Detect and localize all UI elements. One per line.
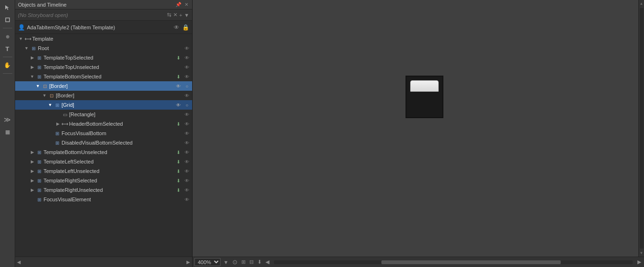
tts-label: TemplateTopSelected (44, 55, 93, 60)
tree-item-templaterightselected[interactable]: ▶ ⊞ TemplateRightSelected ⬇ 👁 (15, 176, 192, 185)
rect-label: [Rectangle] (69, 112, 96, 117)
tree-item-grid[interactable]: ▼ ⊞ [Grid] 👁 ○ (15, 100, 192, 110)
eye-fve[interactable]: 👁 (184, 197, 190, 202)
zoom-select[interactable]: 400% (194, 258, 221, 266)
eye-tbs[interactable]: 👁 (184, 74, 190, 79)
right-nav-canvas[interactable]: ▶ (636, 259, 642, 265)
tree-container[interactable]: ▼ ⟷ Template ▼ ⊞ Root 👁 ▶ (15, 34, 192, 257)
canvas-area: ▲ ▼ 400% ▼ ⊙ ⊞ ⊟ ⬇ ◀ ▶ (193, 0, 644, 267)
tree-item-border2[interactable]: ▼ ⊡ [Border] 👁 (15, 91, 192, 100)
border2-label: [Border] (56, 93, 74, 98)
text-tool[interactable]: T (2, 43, 13, 54)
pin-tbs[interactable]: ⬇ (175, 74, 182, 79)
eye-border1[interactable]: 👁 (175, 84, 182, 89)
pin-tts[interactable]: ⬇ (175, 55, 182, 60)
tree-item-border1[interactable]: ▼ ⊡ [Border] 👁 ○ (15, 81, 192, 91)
pin-trs[interactable]: ⬇ (175, 178, 182, 183)
grid-icon: ⊞ (54, 103, 61, 108)
expand-tlu-icon: ▶ (29, 169, 35, 173)
pin-tls[interactable]: ⬇ (175, 159, 182, 164)
tbu-label: TemplateBottomUnselected (44, 149, 107, 155)
more-tool[interactable]: ≫ (2, 114, 13, 125)
storyboard-actions: ⇆ ✕ + ▼ (167, 12, 189, 18)
eye-fvb[interactable]: 👁 (184, 131, 190, 136)
lock-grid[interactable]: ○ (184, 103, 190, 108)
export-icon[interactable]: ⬇ (256, 259, 263, 265)
lock-icon[interactable]: 🔒 (182, 24, 189, 31)
eye-action-root[interactable]: 👁 (184, 46, 190, 51)
right-scrollbar[interactable]: ▲ ▼ (638, 0, 644, 257)
pointer-tool[interactable] (2, 2, 13, 13)
filter-icon[interactable]: ⇆ (167, 12, 171, 18)
eye-ttu[interactable]: 👁 (184, 65, 190, 70)
eye-tru[interactable]: 👁 (184, 188, 190, 193)
menu-icon[interactable]: ▼ (184, 12, 189, 18)
select-tool[interactable] (2, 14, 13, 26)
tree-item-rectangle[interactable]: ▶ ▭ [Rectangle] 👁 (15, 110, 192, 119)
eye-rect[interactable]: 👁 (184, 112, 190, 117)
template-name: AdaTabItemStyle2 (TabItem Template) (27, 25, 115, 30)
eye-hbs[interactable]: 👁 (184, 121, 190, 127)
pin-button[interactable]: 📌 (175, 1, 182, 8)
pin-tlu[interactable]: ⬇ (175, 169, 182, 174)
fve-icon: ⊞ (36, 197, 43, 202)
eye-tls[interactable]: 👁 (184, 159, 190, 164)
root-node-icon: ⊞ (30, 46, 37, 51)
layout-icon[interactable]: ⊟ (248, 259, 255, 265)
tbs-label: TemplateBottomSelected (44, 74, 101, 79)
eye-trs[interactable]: 👁 (184, 178, 190, 183)
tree-item-templatebottomunselected[interactable]: ▶ ⊞ TemplateBottomUnselected ⬇ 👁 (15, 147, 192, 157)
pin-hbs[interactable]: ⬇ (175, 121, 182, 127)
scroll-up[interactable]: ▲ (640, 0, 644, 7)
expand-fvb-icon: ▶ (47, 131, 53, 136)
tree-item-templatetopselected[interactable]: ▶ ⊞ TemplateTopSelected ⬇ 👁 (15, 53, 192, 62)
nav-right[interactable]: ▶ (186, 259, 190, 265)
zoom-tool[interactable]: ⊕ (2, 31, 13, 42)
eye-border2[interactable]: 👁 (184, 93, 190, 98)
pin-tbu[interactable]: ⬇ (175, 150, 182, 155)
pin-tru[interactable]: ⬇ (175, 188, 182, 193)
eye-tts[interactable]: 👁 (184, 55, 190, 60)
main-content: Objects and Timeline 📌 ✕ (No Storyboard … (15, 0, 644, 267)
scrollbar-horizontal[interactable] (274, 260, 633, 264)
dvbs-label: DisabledVisualBottomSelected (62, 140, 132, 146)
tree-item-templatebottomselected[interactable]: ▼ ⊞ TemplateBottomSelected ⬇ 👁 (15, 72, 192, 81)
grid-view-icon[interactable]: ⊞ (240, 259, 247, 265)
tree-item-focusvisualbottom[interactable]: ▶ ⊞ FocusVisualBottom 👁 (15, 129, 192, 138)
left-nav-canvas[interactable]: ◀ (265, 259, 270, 265)
close-button[interactable]: ✕ (184, 1, 189, 8)
tree-item-focusvisualelement[interactable]: ▶ ⊞ FocusVisualElement 👁 (15, 195, 192, 204)
tree-item-disabledvisualbottomselected[interactable]: ▶ ⊞ DisabledVisualBottomSelected 👁 (15, 138, 192, 147)
tree-item-headerbottomselected[interactable]: ▶ ⟷ HeaderBottomSelected ⬇ 👁 (15, 119, 192, 129)
template-header: 👤 AdaTabItemStyle2 (TabItem Template) 👁 … (15, 21, 192, 34)
root-label: Root (38, 45, 49, 51)
eye-dvbs[interactable]: 👁 (184, 140, 190, 146)
fit-icon[interactable]: ⊙ (231, 258, 238, 266)
scroll-track-v[interactable] (640, 8, 644, 249)
tree-item-templateleftunselected[interactable]: ▶ ⊞ TemplateLeftUnselected ⬇ 👁 (15, 166, 192, 176)
tree-item-templateleftselected[interactable]: ▶ ⊞ TemplateLeftSelected ⬇ 👁 (15, 157, 192, 166)
tree-item-templaterightunselected[interactable]: ▶ ⊞ TemplateRightUnselected ⬇ 👁 (15, 185, 192, 195)
ttu-icon: ⊞ (36, 65, 43, 70)
eye-grid[interactable]: 👁 (175, 103, 182, 108)
rect-icon-expand: ▶ (55, 112, 61, 117)
lock-border1[interactable]: ○ (184, 84, 190, 89)
zoom-dropdown-icon[interactable]: ▼ (222, 259, 229, 265)
scroll-down[interactable]: ▼ (640, 250, 644, 257)
tree-item-templatetopunselected[interactable]: ▶ ⊞ TemplateTopUnselected 👁 (15, 62, 192, 72)
ttu-label: TemplateTopUnselected (44, 64, 99, 70)
eye-tbu[interactable]: 👁 (184, 150, 190, 155)
tree-item-template[interactable]: ▼ ⟷ Template (15, 34, 192, 43)
clear-icon[interactable]: ✕ (173, 12, 177, 18)
hand-tool[interactable]: ✋ (2, 60, 13, 71)
border2-icon: ⊡ (48, 93, 55, 98)
canvas-main[interactable] (193, 0, 644, 257)
nav-left[interactable]: ◀ (17, 259, 21, 265)
eye-icon[interactable]: 👁 (174, 24, 179, 31)
fvb-icon: ⊞ (54, 131, 61, 136)
eye-tlu[interactable]: 👁 (184, 169, 190, 174)
person-icon: 👤 (18, 24, 25, 31)
grid-tool[interactable]: ▦ (2, 126, 13, 138)
tree-item-root[interactable]: ▼ ⊞ Root 👁 (15, 43, 192, 53)
add-icon[interactable]: + (179, 12, 182, 18)
